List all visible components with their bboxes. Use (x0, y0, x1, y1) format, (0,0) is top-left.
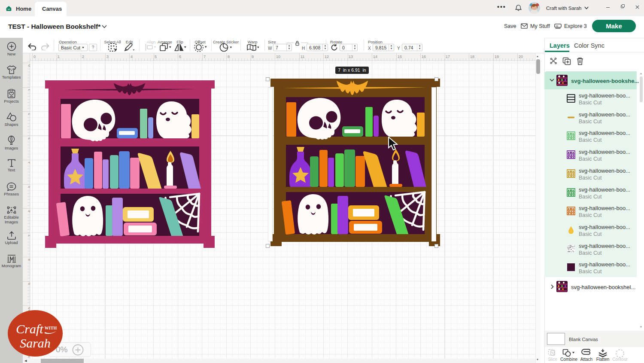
svg-text:Craft: Craft (16, 322, 43, 336)
svg-text:WITH: WITH (45, 326, 57, 330)
svg-text:Sarah: Sarah (20, 336, 51, 350)
